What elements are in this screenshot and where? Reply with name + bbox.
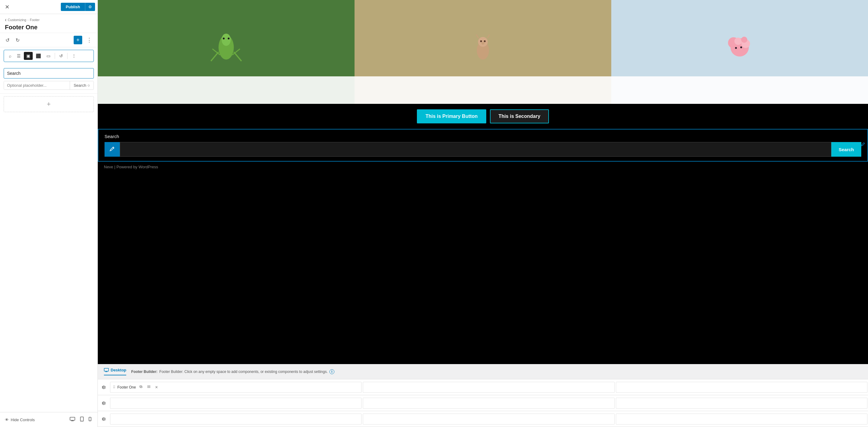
breadcrumb-area: ‹ Customizing › Footer Footer One: [0, 14, 97, 33]
customizer-panel: ✕ Publish ⚙ ‹ Customizing › Footer Foote…: [0, 0, 98, 427]
grasshopper-image: [208, 31, 245, 73]
pencil-icon: [110, 146, 115, 152]
svg-point-15: [228, 38, 229, 39]
more-options-button[interactable]: ⋮: [85, 35, 94, 44]
panel-title: Footer One: [5, 24, 93, 31]
footer-row-2: [98, 395, 868, 411]
breadcrumb: ‹ Customizing › Footer: [5, 17, 93, 23]
row-3-col-1[interactable]: [110, 414, 362, 425]
search-preview: Search ○: [4, 81, 94, 90]
drag-handle-icon[interactable]: ⠿: [113, 385, 116, 389]
desktop-tab[interactable]: Desktop: [104, 368, 126, 375]
redo-button[interactable]: ↻: [14, 36, 21, 44]
row-2-gear-button[interactable]: [98, 401, 110, 405]
inline-tool-button[interactable]: ⬛: [33, 52, 43, 60]
back-button[interactable]: ‹: [5, 17, 6, 23]
more-tool-button[interactable]: ⋮: [69, 52, 79, 60]
preview-search-button[interactable]: Search: [831, 142, 861, 157]
row-1-col-2[interactable]: [363, 382, 614, 393]
row-3-cols: [110, 414, 868, 425]
row-3-col-2[interactable]: [363, 414, 614, 425]
row-2-col-1[interactable]: [110, 398, 362, 409]
row-3-gear-button[interactable]: [98, 417, 110, 421]
undo-button[interactable]: ↺: [4, 36, 11, 44]
block-tool-button[interactable]: ▣: [24, 52, 33, 60]
secondary-button-preview[interactable]: This is Secondary: [490, 109, 549, 123]
add-block-plus-icon: +: [47, 100, 51, 108]
svg-point-5: [82, 420, 82, 421]
device-icons: [68, 416, 93, 424]
svg-point-29: [740, 46, 742, 48]
mobile-view-button[interactable]: [87, 416, 93, 424]
footer-row-1: ⠿ Footer One ✕: [98, 380, 868, 395]
search-edit-icon-box[interactable]: [104, 142, 120, 157]
buttons-bar: This is Primary Button This is Secondary: [98, 104, 868, 129]
photo-cell-2: [354, 0, 611, 104]
footer-row-3: [98, 411, 868, 427]
tablet-view-button[interactable]: [79, 416, 85, 424]
svg-point-20: [482, 42, 485, 44]
svg-line-21: [476, 34, 478, 38]
primary-button-preview[interactable]: This is Primary Button: [417, 109, 486, 123]
white-rect-3: [611, 76, 868, 104]
add-block-large-button[interactable]: +: [4, 96, 94, 112]
row-2-cols: [110, 398, 868, 409]
list-tool-button[interactable]: ☰: [14, 52, 23, 60]
component-remove-button[interactable]: ✕: [154, 385, 159, 390]
white-rect-1: [98, 76, 354, 104]
publish-group: Publish ⚙: [61, 3, 95, 11]
pink-creature-image: [721, 32, 758, 72]
desktop-tab-icon: [104, 368, 109, 372]
search-preview-button[interactable]: Search ○: [70, 81, 94, 90]
footer-one-label: Footer One: [117, 385, 136, 389]
component-settings-button[interactable]: [138, 384, 144, 390]
row-2-col-2[interactable]: [363, 398, 614, 409]
svg-point-19: [484, 40, 486, 42]
row-1-col-1: ⠿ Footer One ✕: [110, 382, 362, 393]
more-tool-icon: ⋮: [72, 54, 76, 58]
publish-settings-button[interactable]: ⚙: [85, 3, 95, 11]
close-button[interactable]: ✕: [2, 2, 12, 11]
photo-placeholder-2: [354, 0, 611, 104]
search-placeholder-input[interactable]: [4, 81, 70, 90]
svg-point-9: [222, 34, 231, 46]
right-edit-icon[interactable]: [861, 142, 866, 149]
publish-button[interactable]: Publish: [61, 3, 85, 11]
hide-controls-label: Hide Controls: [11, 418, 35, 422]
svg-point-28: [735, 47, 737, 49]
neve-footer: Neve | Powered by WordPress: [98, 162, 868, 172]
photo-placeholder-3: [611, 0, 868, 104]
hint-bold: Footer Builder:: [131, 369, 157, 374]
preview-search-title: Search: [104, 134, 861, 139]
hide-controls-button[interactable]: 👁 Hide Controls: [5, 418, 35, 422]
add-block-button[interactable]: +: [74, 36, 82, 44]
search-tool-icon: ⌕: [9, 54, 11, 58]
search-label-input[interactable]: [4, 68, 94, 78]
row-2-col-3[interactable]: [616, 398, 867, 409]
transform-tool-button[interactable]: ↺: [57, 52, 65, 60]
deer-image: [468, 32, 498, 72]
search-tool-button[interactable]: ⌕: [6, 52, 14, 60]
svg-point-14: [223, 38, 225, 39]
add-block-area: +: [0, 94, 97, 114]
info-icon[interactable]: ℹ: [330, 369, 334, 374]
row-1-col-3[interactable]: [616, 382, 867, 393]
search-preview-button-label: Search: [74, 83, 86, 88]
row-tool-button[interactable]: ▭: [44, 52, 53, 60]
preview-search-input[interactable]: [120, 142, 831, 157]
footer-search-preview: Search Search: [98, 129, 868, 162]
undo-redo-bar: ↺ ↻ + ⋮: [0, 33, 97, 47]
component-adjust-button[interactable]: [146, 384, 152, 390]
svg-rect-31: [104, 368, 109, 371]
search-widget-panel: Search ○: [0, 64, 97, 94]
block-tool-icon: ▣: [26, 54, 30, 58]
white-rect-2: [354, 76, 611, 104]
breadcrumb-parent: Customizing: [8, 18, 26, 22]
row-1-gear-button[interactable]: [98, 385, 110, 389]
row-3-col-3[interactable]: [616, 414, 867, 425]
svg-point-17: [478, 37, 488, 47]
svg-point-18: [480, 40, 482, 42]
inline-tool-icon: ⬛: [36, 54, 41, 58]
transform-tool-icon: ↺: [59, 54, 63, 58]
desktop-view-button[interactable]: [68, 416, 76, 424]
